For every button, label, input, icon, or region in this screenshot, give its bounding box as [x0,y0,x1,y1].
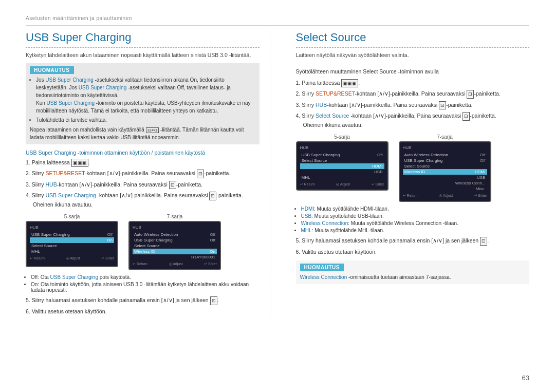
two-column-layout: USB Super Charging Kytketyn lähdelaittee… [26,31,529,318]
left-subtitle: Kytketyn lähdelaitteen akun lataaminen n… [26,52,260,58]
screen-mock-5-left: HUB USB Super ChargingOff On Select Sour… [26,221,118,267]
huomautus-note: Nopea lataaminen on mahdollista vain käy… [30,126,255,141]
screen-7-left: 7-sarja HUB Auto Wireless DetectionOff U… [128,214,221,270]
menu-r-hdmi: HDMI [300,163,384,169]
screen-label-5-right: 5-sarja [296,134,388,140]
screen-bottom-5-left: ↵ Return◎ Adjust↵ Enter [30,256,114,260]
menu-r7-usb2: USB [403,175,487,180]
screen-menu-7-right: Auto Wireless DetectionOff USB Super Cha… [403,152,487,192]
bullet-usb: USB: Muuta syöttölähde USB-tilaan. [301,213,530,219]
step-2-right: Siirry SETUP&RESET-kohtaan [∧/∨]-painikk… [296,89,530,98]
left-steps: Paina laitteessa ▣▣▣. Siirry SETUP&RESET… [26,158,260,209]
menu-r7-hdmi: Wireless IDHDMI [403,169,487,175]
screens-row-right: 5-sarja HUB USB Super ChargingOff Select… [296,134,530,202]
screen-7-right: 7-sarja HUB Auto Wireless DetectionOff U… [399,134,491,202]
right-title: Select Source [296,31,530,48]
right-steps: Paina laitteessa ▣▣▣. Siirry SETUP&RESET… [296,79,530,129]
step-2-left: Siirry SETUP&RESET-kohtaan [∧/∨]-painikk… [26,169,260,178]
step-6-left: Valittu asetus otetaan käyttöön. [26,307,260,316]
bullet-list-left: Off: Ota USB Super Charging pois käytöst… [26,274,260,293]
screen-5-right: 5-sarja HUB USB Super ChargingOff Select… [296,134,388,202]
screen-label-7-right: 7-sarja [399,134,491,140]
huomautus-label-bottom: HUOMAUTUS [300,264,344,271]
menu-r7-auto: Auto Wireless DetectionOff [403,152,487,158]
menu-item-on: On [30,237,114,243]
page-number: 63 [522,374,529,382]
screen-menu-5-left: USB Super ChargingOff On Select Source M… [30,232,114,254]
menu-item-on7: Wireless IDOn [133,249,217,254]
menu-r-usb2: USB [300,169,384,175]
screen-menu-7-left: Auto Wireless DetectionOff USB Super Cha… [133,232,217,260]
menu-r7-misc: Misc. [403,186,487,192]
menu-r-mhl: MHL [300,175,384,180]
screen-bottom-7-left: ↵ Return◎ Adjust↵ Enter [133,262,217,266]
menu-r-select: Select Source [300,158,384,163]
bullet-wireless: Wireless Connection: Muuta syöttölähde W… [301,220,530,226]
left-steps-cont: Siirry haluamasi asetuksen kohdalle pain… [26,296,260,315]
huomautus-box-bottom: HUOMAUTUS Wireless Connection -ominaisuu… [296,260,530,284]
step-4-left-sub: Oheinen ikkuna avautuu. [33,200,260,209]
page: Asetusten määrittäminen ja palauttaminen… [0,0,555,392]
huomautus-content-bottom: Wireless Connection -ominaisuutta tuetaa… [300,273,526,281]
screen-label-7-left: 7-sarja [128,214,221,219]
step-5-left: Siirry haluamasi asetuksen kohdalle pain… [26,296,260,305]
menu-r7-wireless: Wireless Conn... [403,180,487,186]
step-1-right: Paina laitteessa ▣▣▣. [296,79,530,87]
step-4-left: Siirry USB Super Charging -kohtaan [∧/∨]… [26,191,260,209]
bullet-off: Off: Ota USB Super Charging pois käytöst… [31,274,260,280]
screen-menu-5-right: USB Super ChargingOff Select Source HDMI… [300,152,384,180]
left-column: USB Super Charging Kytketyn lähdelaittee… [26,31,270,318]
bullet-hdmi: HDMI: Muuta syöttölähde HDMI-tilaan. [301,206,530,212]
menu-item-auto: Auto Wireless DetectionOff [133,232,217,237]
menu-item-mhl: MHL [30,249,114,254]
huomautus-item-2: Tulolähdettä ei tarvitse vaihtaa. [36,116,255,124]
huomautus-content-top: Jos USB Super Charging -asetukseksi vali… [30,76,255,141]
right-steps-intro: Syöttölähteen muuttaminen Select Source … [296,68,530,74]
menu-item-id7: H1AY000001 [133,254,217,260]
step-4-right-sub: Oheinen ikkuna avautuu. [303,121,530,129]
screen-label-5-left: 5-sarja [26,214,118,219]
menu-item-usb: USB Super ChargingOff [30,232,114,237]
screen-hub-7-right: HUB [403,145,487,150]
step-3-left: Siirry HUB-kohtaan [∧/∨]-painikkeilla. P… [26,180,260,189]
step-4-right: Siirry Select Source -kohtaan [∧/∨]-pain… [296,111,530,129]
right-steps-cont: Siirry haluamasi asetuksen kohdalle pain… [296,236,530,256]
screen-hub-5-right: HUB [300,145,384,150]
left-title: USB Super Charging [26,31,260,48]
step-6-right: Valittu asetus otetaan käyttöön. [296,248,530,256]
huomautus-label-top: HUOMAUTUS [30,66,74,74]
menu-item-usb7: USB Super ChargingOff [133,237,217,243]
bullet-mhl: MHL: Muuta syöttölähde MHL-tilaan. [301,228,530,233]
screen-5-left: 5-sarja HUB USB Super ChargingOff On Sel… [26,214,118,270]
screen-hub-7-left: HUB [133,225,217,230]
menu-item-select: Select Source [30,243,114,249]
step-1-left: Paina laitteessa ▣▣▣. [26,158,260,167]
step-5-right: Siirry haluamasi asetuksen kohdalle pain… [296,236,530,245]
bullet-list-right: HDMI: Muuta syöttölähde HDMI-tilaan. USB… [296,206,530,233]
menu-r7-usb: USB Super ChargingOff [403,158,487,163]
huomautus-item-1: Jos USB Super Charging -asetukseksi vali… [36,76,255,115]
screen-mock-5-right: HUB USB Super ChargingOff Select Source … [296,141,388,191]
right-column: Select Source Laitteen näytöllä näkyvän … [291,31,530,318]
screen-bottom-5-right: ↵ Return◎ Adjust↵ Enter [300,182,384,186]
screen-mock-7-right: HUB Auto Wireless DetectionOff USB Super… [399,141,491,202]
huomautus-box-top: HUOMAUTUS Jos USB Super Charging -asetuk… [26,63,260,144]
menu-r-usb: USB Super ChargingOff [300,152,384,158]
screen-bottom-7-right: ↵ Return◎ Adjust↵ Enter [403,194,487,198]
step-3-right: Siirry HUB-kohtaan [∧/∨]-painikkeilla. P… [296,101,530,109]
screens-row-left: 5-sarja HUB USB Super ChargingOff On Sel… [26,214,260,270]
bullet-on: On: Ota toiminto käyttöön, jotta sinisee… [31,282,260,293]
screen-mock-7-left: HUB Auto Wireless DetectionOff USB Super… [128,221,221,270]
menu-r7-select: Select Source [403,163,487,169]
screen-hub-5-left: HUB [30,225,114,230]
right-subtitle: Laitteen näytöllä näkyvän syöttölähteen … [296,52,530,58]
breadcrumb: Asetusten määrittäminen ja palauttaminen [26,15,529,26]
menu-item-select7: Select Source [133,243,217,249]
left-section-subtitle: USB Super Charging -toiminnon ottaminen … [26,150,260,156]
